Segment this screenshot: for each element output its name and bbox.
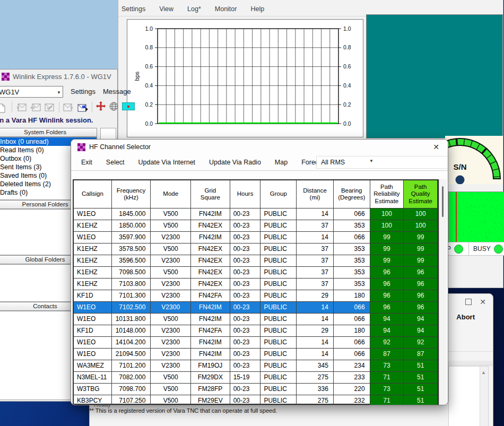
- vara-menu-settings[interactable]: Settings: [121, 5, 145, 13]
- cell: W1EO: [74, 232, 112, 244]
- cell: 232: [334, 395, 370, 405]
- cell: 29: [297, 290, 334, 302]
- cell: 336: [297, 384, 334, 395]
- table-row[interactable]: K1EHZ7098.500V500FN42EX00-23PUBLIC373539…: [74, 267, 438, 279]
- column-header[interactable]: Path Reliability Estimate: [370, 180, 404, 208]
- cell: FM29EV: [191, 395, 230, 405]
- vara-menu-log[interactable]: Log*: [187, 5, 201, 13]
- cell: 7082.000: [112, 372, 151, 384]
- table-row[interactable]: K1EHZ7103.800V2300FN42EX00-23PUBLIC37353…: [74, 279, 438, 290]
- table-row[interactable]: W1EO10131.800V500FN42IM00-23PUBLIC140669…: [74, 314, 438, 325]
- menu-message[interactable]: Message: [103, 88, 131, 95]
- session-scrollbar[interactable]: ▲: [480, 367, 488, 426]
- hf-menubar: ExitSelectUpdate Via InternetUpdate Via …: [71, 154, 448, 171]
- reply-all-icon[interactable]: [30, 103, 41, 111]
- cell: 100: [370, 220, 404, 232]
- rms-filter-select[interactable]: All RMS: [316, 156, 448, 169]
- vara-menu-help[interactable]: Help: [250, 5, 264, 13]
- table-row[interactable]: N3MEL-117082.000V500FM29DX15-19PUBLIC275…: [74, 372, 438, 384]
- table-row[interactable]: K1EHZ3596.500V2300FN42EX00-23PUBLIC37353…: [74, 255, 438, 267]
- table-row[interactable]: KB3PCY7107.250V500FM29EV00-23PUBLIC27523…: [74, 395, 438, 405]
- hf-menu-update-via-radio[interactable]: Update Via Radio: [209, 159, 261, 166]
- column-header[interactable]: Bearing (Degrees): [334, 180, 370, 208]
- table-row[interactable]: W1EO21094.500V2300FN42IM00-23PUBLIC14066…: [74, 349, 438, 360]
- cell: FN42IM: [191, 337, 230, 349]
- new-message-icon[interactable]: [0, 103, 8, 111]
- hf-menu-update-via-internet[interactable]: Update Via Internet: [138, 159, 195, 166]
- scroll-up-icon[interactable]: ▲: [481, 370, 486, 375]
- menu-settings[interactable]: Settings: [71, 88, 95, 95]
- table-row[interactable]: W1EO1845.000V500FN42IM00-23PUBLIC1406610…: [74, 208, 438, 220]
- cell: 100: [370, 208, 404, 220]
- internet-globe-icon[interactable]: [109, 102, 118, 113]
- column-header[interactable]: Group: [260, 180, 297, 208]
- close-icon[interactable]: ✕: [433, 143, 439, 151]
- close-icon[interactable]: ✕: [479, 298, 486, 306]
- cell: V2300: [151, 232, 191, 244]
- vara-menu-view[interactable]: View: [159, 5, 173, 13]
- vara-menubar: SettingsViewLog*MonitorHelp: [120, 3, 264, 15]
- cell: V500: [151, 220, 191, 232]
- cell: K1EHZ: [74, 267, 112, 279]
- winlink-logo-icon: [77, 143, 85, 151]
- cell: 51: [404, 372, 438, 384]
- callsign-value: WG1V: [0, 88, 19, 96]
- table-row[interactable]: W3TBG7098.700V500FM28FP00-23PUBLIC336220…: [74, 384, 438, 395]
- table-row[interactable]: W1EO14104.200V2300FN42IM00-23PUBLIC14066…: [74, 337, 438, 349]
- cell: V500: [151, 372, 191, 384]
- reply-icon[interactable]: [16, 103, 27, 111]
- table-row[interactable]: W1EO7102.500V2300FN42IM00-23PUBLIC140669…: [74, 302, 438, 314]
- column-header[interactable]: Path Quality Estimate: [404, 180, 438, 208]
- abort-button[interactable]: Abort: [456, 313, 475, 321]
- cell: 00-23: [230, 279, 261, 290]
- cell: K1EHZ: [74, 279, 112, 290]
- status-message: *** This is a registered version of Vara…: [87, 407, 277, 414]
- cell: KF1D: [74, 290, 112, 302]
- gauge-label: S/N: [453, 162, 466, 171]
- cell: 180: [334, 290, 370, 302]
- hf-menu-exit[interactable]: Exit: [81, 159, 92, 166]
- cell: V500: [151, 395, 191, 405]
- cell: 233: [334, 372, 370, 384]
- column-header[interactable]: Callsign: [74, 180, 112, 208]
- cell: V2300: [151, 255, 191, 267]
- svg-text:0.2: 0.2: [343, 101, 351, 108]
- open-session-icon[interactable]: [77, 103, 88, 111]
- maximize-icon[interactable]: [465, 299, 472, 305]
- vara-menu-monitor[interactable]: Monitor: [215, 5, 237, 13]
- cell: 92: [370, 337, 404, 349]
- session-hint-text: Open a Vara HF Winlink session.: [0, 116, 93, 124]
- cell: 15-19: [230, 372, 261, 384]
- callsign-select[interactable]: WG1V ▼: [0, 86, 63, 98]
- cell: 14: [297, 314, 334, 325]
- column-header[interactable]: Hours: [230, 180, 261, 208]
- hf-menu-select[interactable]: Select: [106, 159, 125, 166]
- scrollbar-thumb[interactable]: [442, 186, 444, 217]
- rms-channel-icon[interactable]: [122, 102, 135, 112]
- cell: FM19OJ: [191, 360, 230, 372]
- cell: K1EHZ: [74, 244, 112, 255]
- table-row[interactable]: KF1D10148.000V2300FN42FA00-23PUBLIC29180…: [74, 325, 438, 337]
- move-cursor-icon[interactable]: [96, 101, 106, 113]
- section-system-folders[interactable]: System Folders: [0, 128, 97, 137]
- column-header[interactable]: Grid Square: [191, 180, 230, 208]
- cell: 353: [334, 220, 370, 232]
- table-scrollbar[interactable]: [439, 179, 447, 405]
- cell: 066: [334, 314, 370, 325]
- busy-indicator: BUSY: [468, 242, 504, 256]
- cell: FN42EX: [191, 255, 230, 267]
- cell: W1EO: [74, 208, 112, 220]
- table-row[interactable]: KF1D7101.300V2300FN42FA00-23PUBLIC291809…: [74, 290, 438, 302]
- table-row[interactable]: K1EHZ1850.000V500FN42EX00-23PUBLIC373531…: [74, 220, 438, 232]
- column-header[interactable]: Frequency (kHz): [112, 180, 151, 208]
- cell: 066: [334, 337, 370, 349]
- table-row[interactable]: W1EO3597.900V2300FN42IM00-23PUBLIC140669…: [74, 232, 438, 244]
- forward-icon[interactable]: [63, 103, 74, 111]
- accept-icon[interactable]: [45, 103, 55, 111]
- table-row[interactable]: WA3MEZ7101.200V2300FM19OJ00-23PUBLIC3452…: [74, 360, 438, 372]
- cell: PUBLIC: [260, 279, 297, 290]
- table-row[interactable]: K1EHZ3578.500V500FN42EX00-23PUBLIC373539…: [74, 244, 438, 255]
- column-header[interactable]: Distance (mi): [297, 180, 334, 208]
- hf-menu-map[interactable]: Map: [275, 159, 288, 166]
- column-header[interactable]: Mode: [151, 180, 191, 208]
